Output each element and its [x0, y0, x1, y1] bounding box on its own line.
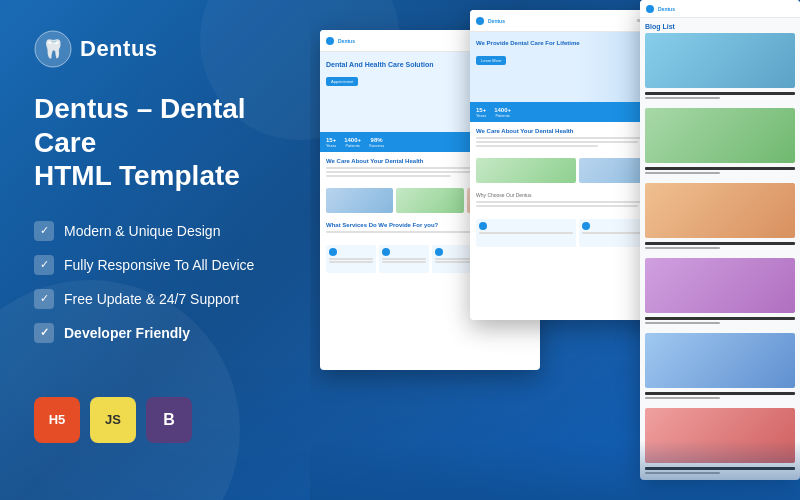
feature-item-1: ✓ Modern & Unique Design — [34, 221, 280, 241]
feature-item-4: ✓ Developer Friendly — [34, 323, 280, 343]
tpl-second-line-2 — [476, 141, 638, 143]
blog-text-3 — [640, 242, 800, 258]
right-panel: Dentus Dental And Health Care Solution A… — [310, 0, 800, 500]
tpl-stat-3: 98% Success — [369, 137, 384, 148]
tpl-second-card-icon-2 — [582, 222, 590, 230]
blog-date-line-6 — [645, 472, 720, 474]
blog-date-line-4 — [645, 322, 720, 324]
tpl-second-stat-2: 1400+ Patients — [494, 107, 511, 118]
blog-title-line-3 — [645, 242, 795, 245]
tpl-third-logo-name: Dentus — [658, 6, 675, 12]
check-icon-4: ✓ — [34, 323, 54, 343]
blog-img-3 — [645, 183, 795, 238]
tpl-img-2 — [396, 188, 463, 213]
tpl-card-line-1 — [329, 258, 373, 260]
blog-img-6 — [645, 408, 795, 463]
bootstrap-label: B — [163, 411, 175, 429]
tpl-main-cta: Appointment — [326, 77, 358, 86]
title-line2: HTML Template — [34, 159, 280, 193]
svg-text:🦷: 🦷 — [42, 38, 65, 60]
tpl-second-logo-dot — [476, 17, 484, 25]
blog-title-line-6 — [645, 467, 795, 470]
html5-badge: H5 — [34, 397, 80, 443]
html5-label: H5 — [49, 412, 66, 427]
tpl-text-line-1 — [326, 167, 492, 169]
tpl-stat-1: 15+ Years — [326, 137, 336, 148]
feature-text-2: Fully Responsive To All Device — [64, 257, 254, 273]
left-panel: 🦷 Dentus Dentus – Dental Care HTML Templ… — [0, 0, 310, 500]
blog-section-title: Blog List — [640, 18, 800, 33]
blog-text-1 — [640, 92, 800, 108]
tpl-second-line-3 — [476, 145, 598, 147]
tpl-second-logo-name: Dentus — [488, 18, 505, 24]
tpl-text-line-4 — [326, 231, 492, 233]
check-icon-2: ✓ — [34, 255, 54, 275]
feature-text-3: Free Update & 24/7 Support — [64, 291, 239, 307]
feature-text-1: Modern & Unique Design — [64, 223, 220, 239]
tpl-card-1 — [326, 245, 376, 273]
blog-title-line-5 — [645, 392, 795, 395]
tpl-card-icon-3 — [435, 248, 443, 256]
blog-title-line-2 — [645, 167, 795, 170]
tpl-second-card-icon-1 — [479, 222, 487, 230]
blog-date-line-2 — [645, 172, 720, 174]
main-container: 🦷 Dentus Dentus – Dental Care HTML Templ… — [0, 0, 800, 500]
check-icon-3: ✓ — [34, 289, 54, 309]
js-label: JS — [105, 412, 121, 427]
tpl-second-img-1 — [476, 158, 576, 183]
blog-title-line-4 — [645, 317, 795, 320]
tpl-main-hero-title: Dental And Health Care Solution — [326, 60, 440, 69]
tpl-second-card-line-1 — [479, 232, 573, 234]
blog-date-line-3 — [645, 247, 720, 249]
logo-area: 🦷 Dentus — [34, 30, 280, 68]
feature-item-3: ✓ Free Update & 24/7 Support — [34, 289, 280, 309]
title-line1: Dentus – Dental Care — [34, 92, 280, 159]
tpl-logo-dot — [326, 37, 334, 45]
tpl-text-line-3 — [326, 175, 451, 177]
tpl-second-hero-title: We Provide Dental Care For Lifetime — [476, 40, 588, 48]
main-title: Dentus – Dental Care HTML Template — [34, 92, 280, 193]
blog-date-line-1 — [645, 97, 720, 99]
tpl-second-stat-1: 15+ Years — [476, 107, 486, 118]
tpl-second-cta: Learn More — [476, 56, 506, 65]
feature-text-4: Developer Friendly — [64, 325, 190, 341]
blog-text-2 — [640, 167, 800, 183]
tpl-third-logo-dot — [646, 5, 654, 13]
blog-date-line-5 — [645, 397, 720, 399]
blog-img-5 — [645, 333, 795, 388]
tpl-second-card-1 — [476, 219, 576, 247]
brand-name: Dentus — [80, 36, 158, 62]
tpl-card-icon-2 — [382, 248, 390, 256]
js-badge: JS — [90, 397, 136, 443]
tech-badges: H5 JS B — [34, 397, 280, 443]
blog-text-6 — [640, 467, 800, 480]
blog-img-1 — [645, 33, 795, 88]
features-list: ✓ Modern & Unique Design ✓ Fully Respons… — [34, 221, 280, 357]
tpl-card-icon-1 — [329, 248, 337, 256]
brand-logo-icon: 🦷 — [34, 30, 72, 68]
check-icon-1: ✓ — [34, 221, 54, 241]
tpl-stat-2: 1400+ Patients — [344, 137, 361, 148]
feature-item-2: ✓ Fully Responsive To All Device — [34, 255, 280, 275]
bootstrap-badge: B — [146, 397, 192, 443]
tpl-card-2 — [379, 245, 429, 273]
third-preview: Dentus Blog List — [640, 0, 800, 480]
tpl-img-1 — [326, 188, 393, 213]
blog-text-4 — [640, 317, 800, 333]
blog-title-line-1 — [645, 92, 795, 95]
tpl-logo-name: Dentus — [338, 38, 355, 44]
tpl-third-header: Dentus — [640, 0, 800, 18]
tpl-card-line-3 — [382, 258, 426, 260]
blog-text-5 — [640, 392, 800, 408]
blog-img-4 — [645, 258, 795, 313]
tpl-card-line-2 — [329, 261, 373, 263]
blog-img-2 — [645, 108, 795, 163]
tpl-card-line-4 — [382, 261, 426, 263]
tpl-second-line-5 — [476, 205, 638, 207]
